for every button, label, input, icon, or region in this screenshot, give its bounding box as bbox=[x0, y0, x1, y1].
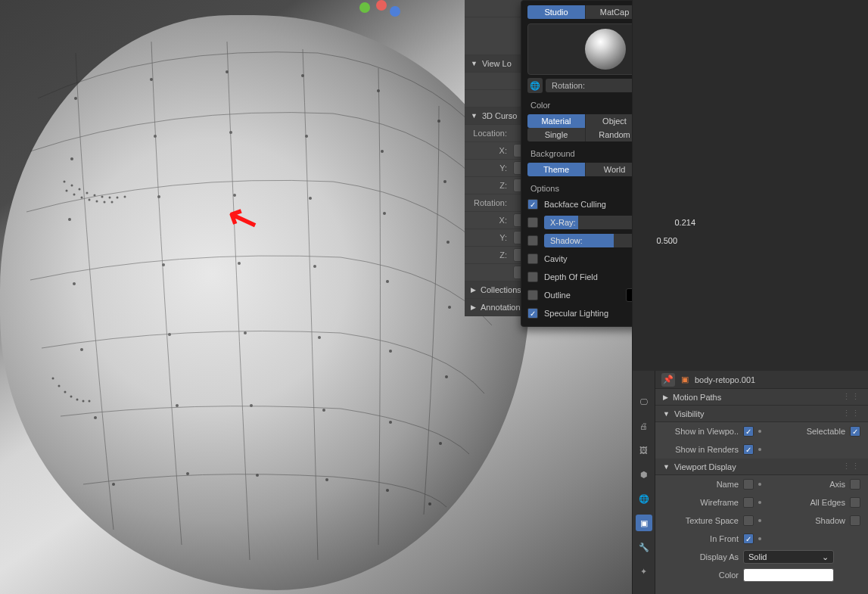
svg-point-30 bbox=[94, 416, 97, 419]
show-viewport-checkbox[interactable] bbox=[743, 426, 754, 437]
svg-point-16 bbox=[383, 212, 386, 215]
modifier-tab-icon[interactable]: 🔧 bbox=[636, 539, 652, 555]
pin-icon[interactable]: 📌 bbox=[661, 373, 675, 387]
properties-editor: 🖵 🖨 🖼 ⬢ 🌐 ▣ 🔧 ✦ 📌 ▣ body-retopo.001 ▶Mot… bbox=[632, 0, 868, 594]
svg-point-15 bbox=[309, 197, 312, 200]
svg-point-28 bbox=[389, 350, 392, 353]
svg-point-59 bbox=[58, 385, 61, 387]
motion-paths-panel-header[interactable]: ▶Motion Paths⋮⋮ bbox=[655, 389, 868, 406]
svg-point-6 bbox=[70, 157, 73, 160]
svg-point-62 bbox=[76, 399, 79, 401]
svg-point-50 bbox=[124, 196, 126, 198]
svg-point-1 bbox=[150, 78, 153, 81]
svg-point-10 bbox=[381, 150, 384, 153]
gizmo-y-axis[interactable] bbox=[359, 2, 370, 13]
axis-checkbox[interactable] bbox=[850, 479, 860, 490]
svg-point-27 bbox=[318, 336, 321, 339]
properties-upper-area bbox=[633, 0, 868, 371]
gizmo-x-axis[interactable] bbox=[376, 0, 387, 11]
svg-point-48 bbox=[109, 197, 111, 199]
dof-label: Depth Of Field bbox=[544, 272, 598, 281]
svg-point-43 bbox=[71, 185, 73, 187]
svg-point-39 bbox=[325, 478, 328, 481]
keyframe-dot-icon[interactable] bbox=[758, 483, 761, 486]
scene-tab-icon[interactable]: ⬢ bbox=[636, 466, 652, 483]
svg-point-29 bbox=[445, 375, 448, 378]
object-breadcrumb: 📌 ▣ body-retopo.001 bbox=[655, 371, 868, 389]
keyframe-dot-icon[interactable] bbox=[758, 519, 761, 522]
svg-point-54 bbox=[89, 199, 91, 201]
svg-point-9 bbox=[305, 135, 308, 138]
particles-tab-icon[interactable]: ✦ bbox=[636, 563, 652, 580]
nav-gizmo[interactable] bbox=[359, 0, 420, 15]
properties-lower-area: 🖵 🖨 🖼 ⬢ 🌐 ▣ 🔧 ✦ 📌 ▣ body-retopo.001 ▶Mot… bbox=[633, 371, 868, 594]
svg-point-36 bbox=[112, 483, 115, 486]
color-row: Color bbox=[655, 566, 868, 584]
cavity-label: Cavity bbox=[544, 254, 568, 263]
visibility-row-2: Show in Renders bbox=[655, 440, 868, 459]
svg-point-34 bbox=[389, 421, 392, 424]
mesh-object-icon: ▣ bbox=[681, 375, 689, 384]
backface-culling-checkbox[interactable] bbox=[527, 199, 538, 210]
world-space-toggle-icon[interactable]: 🌐 bbox=[527, 78, 543, 93]
svg-point-17 bbox=[446, 241, 450, 244]
object-tab-icon[interactable]: ▣ bbox=[636, 515, 652, 531]
svg-point-64 bbox=[89, 400, 91, 403]
world-tab-icon[interactable]: 🌐 bbox=[636, 490, 652, 507]
svg-point-63 bbox=[82, 400, 85, 403]
cavity-checkbox[interactable] bbox=[527, 253, 538, 264]
svg-point-57 bbox=[111, 201, 114, 204]
studio-button[interactable]: Studio bbox=[527, 5, 586, 19]
viewport-display-panel-header[interactable]: ▼Viewport Display⋮⋮ bbox=[655, 459, 868, 475]
display-as-dropdown[interactable]: Solid⌄ bbox=[743, 550, 834, 564]
selectable-checkbox[interactable] bbox=[850, 426, 860, 437]
in-front-checkbox[interactable] bbox=[743, 533, 754, 544]
object-color-swatch[interactable] bbox=[743, 568, 834, 582]
svg-point-7 bbox=[154, 135, 157, 138]
svg-point-14 bbox=[233, 194, 236, 197]
specular-checkbox[interactable] bbox=[527, 308, 538, 319]
svg-point-4 bbox=[377, 89, 380, 92]
bg-theme-button[interactable]: Theme bbox=[527, 163, 586, 176]
visibility-panel-header[interactable]: ▼Visibility⋮⋮ bbox=[655, 406, 868, 422]
svg-point-8 bbox=[229, 131, 232, 134]
vd-row-4: In Front bbox=[655, 530, 868, 548]
viewlayer-tab-icon[interactable]: 🖼 bbox=[636, 442, 652, 459]
shadow-vd-checkbox[interactable] bbox=[850, 515, 860, 526]
keyframe-dot-icon[interactable] bbox=[758, 448, 761, 451]
show-renders-checkbox[interactable] bbox=[743, 444, 754, 455]
svg-point-11 bbox=[443, 180, 446, 183]
texture-space-checkbox[interactable] bbox=[743, 515, 754, 526]
keyframe-dot-icon[interactable] bbox=[758, 537, 761, 540]
svg-point-41 bbox=[428, 502, 431, 505]
outline-checkbox[interactable] bbox=[527, 290, 538, 300]
svg-point-47 bbox=[101, 196, 104, 198]
svg-point-53 bbox=[81, 197, 83, 199]
svg-point-33 bbox=[322, 409, 325, 412]
svg-point-58 bbox=[52, 378, 54, 380]
svg-point-56 bbox=[104, 201, 106, 204]
color-material-button[interactable]: Material bbox=[527, 114, 586, 128]
svg-point-42 bbox=[64, 181, 66, 183]
shadow-checkbox[interactable] bbox=[527, 235, 538, 246]
shade-sphere-icon bbox=[585, 29, 626, 70]
vd-row-2: Wireframe All Edges bbox=[655, 493, 868, 512]
svg-point-5 bbox=[437, 120, 440, 123]
svg-point-60 bbox=[64, 391, 67, 393]
svg-point-38 bbox=[256, 474, 259, 477]
svg-point-46 bbox=[94, 194, 96, 197]
wireframe-checkbox[interactable] bbox=[743, 497, 754, 508]
all-edges-checkbox[interactable] bbox=[850, 497, 860, 508]
svg-point-25 bbox=[168, 333, 171, 336]
name-checkbox[interactable] bbox=[743, 479, 754, 490]
dof-checkbox[interactable] bbox=[527, 272, 538, 282]
svg-point-22 bbox=[386, 280, 389, 283]
keyframe-dot-icon[interactable] bbox=[758, 501, 761, 504]
xray-checkbox[interactable] bbox=[527, 217, 538, 228]
keyframe-dot-icon[interactable] bbox=[758, 430, 761, 433]
render-tab-icon[interactable]: 🖵 bbox=[636, 393, 652, 410]
svg-point-12 bbox=[68, 218, 71, 221]
output-tab-icon[interactable]: 🖨 bbox=[636, 418, 652, 434]
color-single-button[interactable]: Single bbox=[527, 128, 586, 142]
gizmo-z-axis[interactable] bbox=[390, 6, 400, 17]
